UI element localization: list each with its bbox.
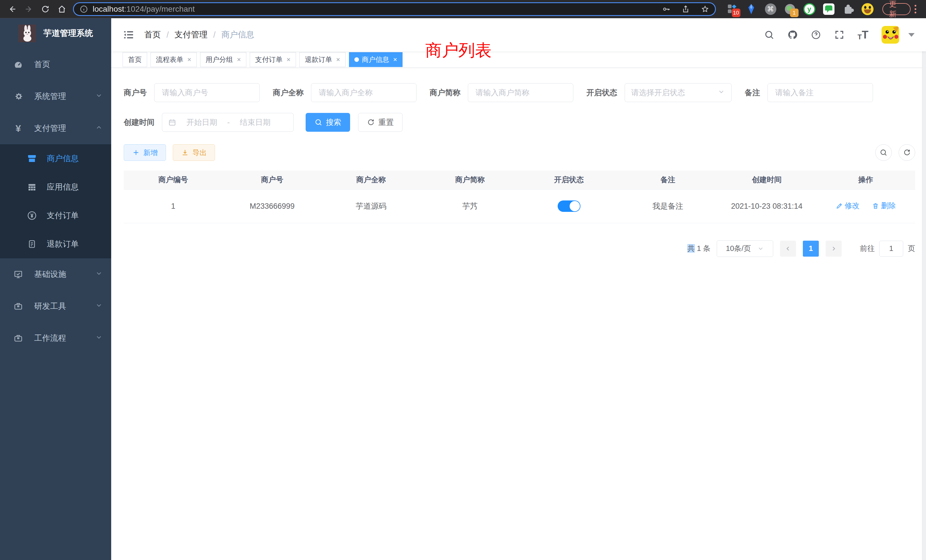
tab-close-icon[interactable]: × bbox=[187, 56, 191, 64]
tab-merchant-info[interactable]: 商户信息× bbox=[349, 52, 402, 67]
forward-icon bbox=[24, 5, 33, 14]
extension-grid-icon[interactable]: 10 bbox=[726, 3, 738, 15]
sidebar-item-dev-tools[interactable]: 研发工具 bbox=[0, 290, 111, 322]
sidebar-item-label: 研发工具 bbox=[34, 301, 66, 312]
page-1-button[interactable]: 1 bbox=[803, 241, 819, 257]
page-scrollbar[interactable] bbox=[922, 36, 926, 560]
sidebar-item-home[interactable]: 首页 bbox=[0, 48, 111, 80]
address-bar[interactable]: localhost:1024/pay/merchant bbox=[73, 2, 716, 16]
app-logo-row[interactable]: 芋道管理系统 bbox=[0, 18, 111, 48]
browser-chrome: localhost:1024/pay/merchant 10 ⌘ 1 bbox=[0, 0, 926, 18]
extension-chat-icon[interactable] bbox=[823, 3, 835, 15]
password-key-icon[interactable] bbox=[662, 5, 670, 14]
full-name-input[interactable] bbox=[311, 83, 416, 102]
avatar-caret-down-icon[interactable] bbox=[908, 33, 915, 37]
browser-reload-button[interactable] bbox=[37, 2, 54, 17]
browser-update-button[interactable]: 更新 bbox=[882, 3, 911, 15]
breadcrumb: 首页 / 支付管理 / 商户信息 bbox=[144, 29, 254, 41]
tab-refund-order[interactable]: 退款订单× bbox=[300, 52, 345, 67]
cell-full-name: 芋道源码 bbox=[322, 189, 421, 223]
extension-pin-icon[interactable] bbox=[745, 3, 758, 15]
sidebar-item-system[interactable]: 系统管理 bbox=[0, 80, 111, 112]
fullscreen-icon[interactable] bbox=[834, 30, 844, 40]
sidebar-item-label: 基础设施 bbox=[34, 269, 66, 280]
tab-process-form[interactable]: 流程表单× bbox=[151, 52, 197, 67]
github-icon[interactable] bbox=[787, 30, 798, 40]
delete-link[interactable]: 删除 bbox=[872, 201, 896, 211]
browser-extensions: 10 ⌘ 1 y bbox=[726, 3, 874, 15]
merchant-no-input[interactable] bbox=[154, 83, 260, 102]
edit-link[interactable]: 修改 bbox=[836, 201, 859, 211]
status-select[interactable]: 请选择开启状态 bbox=[625, 83, 732, 102]
browser-forward-button[interactable] bbox=[21, 2, 37, 17]
status-toggle[interactable] bbox=[558, 200, 581, 212]
header-search-icon[interactable] bbox=[764, 30, 774, 40]
next-page-button[interactable] bbox=[826, 241, 841, 257]
end-date-input[interactable] bbox=[234, 118, 277, 127]
add-button[interactable]: 新增 bbox=[124, 144, 166, 161]
tab-user-group[interactable]: 用户分组× bbox=[200, 52, 246, 67]
sidebar-item-payment[interactable]: ¥ 支付管理 bbox=[0, 112, 111, 144]
tab-close-icon[interactable]: × bbox=[286, 56, 291, 64]
font-size-icon[interactable]: TT bbox=[858, 29, 869, 41]
remark-input[interactable] bbox=[767, 83, 873, 102]
sidebar-item-workflow[interactable]: 工作流程 bbox=[0, 322, 111, 354]
sidebar-item-refund-order[interactable]: 退款订单 bbox=[0, 230, 111, 258]
page-size-select[interactable]: 10条/页 bbox=[717, 241, 773, 257]
browser-home-button[interactable] bbox=[54, 2, 70, 17]
cell-remark: 我是备注 bbox=[618, 189, 717, 223]
start-date-input[interactable] bbox=[180, 118, 223, 127]
chevron-down-icon bbox=[95, 334, 103, 343]
extension-recorder-icon[interactable]: 1 bbox=[784, 3, 796, 15]
extensions-puzzle-icon[interactable] bbox=[842, 3, 855, 15]
url-host: localhost bbox=[93, 5, 124, 14]
breadcrumb-separator: / bbox=[166, 30, 169, 39]
sidebar-item-infrastructure[interactable]: 基础设施 bbox=[0, 258, 111, 290]
sidebar-item-app-info[interactable]: 应用信息 bbox=[0, 173, 111, 201]
reset-button[interactable]: 重置 bbox=[358, 113, 402, 132]
show-search-toggle-button[interactable] bbox=[875, 144, 892, 161]
short-name-input[interactable] bbox=[468, 83, 573, 102]
sidebar-toggle-button[interactable] bbox=[123, 29, 135, 41]
goto-page-input[interactable] bbox=[879, 241, 903, 257]
refresh-table-button[interactable] bbox=[899, 144, 915, 161]
table-toolbar: 新增 导出 bbox=[124, 144, 915, 161]
goto-suffix: 页 bbox=[908, 244, 915, 253]
tab-close-icon[interactable]: × bbox=[393, 56, 397, 64]
sidebar-item-pay-order[interactable]: 支付订单 bbox=[0, 201, 111, 230]
sidebar-item-merchant-info[interactable]: 商户信息 bbox=[0, 144, 111, 173]
tab-home[interactable]: 首页 bbox=[123, 52, 147, 67]
extension-y-icon[interactable]: y bbox=[803, 3, 816, 15]
create-time-label: 创建时间 bbox=[124, 117, 154, 127]
browser-menu-button[interactable] bbox=[915, 5, 916, 14]
tab-close-icon[interactable]: × bbox=[237, 56, 241, 64]
prev-page-button[interactable] bbox=[780, 241, 796, 257]
search-button[interactable]: 搜索 bbox=[306, 113, 350, 132]
breadcrumb-payment[interactable]: 支付管理 bbox=[174, 29, 207, 41]
tab-pay-order[interactable]: 支付订单× bbox=[250, 52, 296, 67]
share-icon[interactable] bbox=[681, 5, 690, 14]
dashboard-icon bbox=[12, 59, 24, 70]
bookmark-star-icon[interactable] bbox=[701, 5, 709, 14]
user-avatar[interactable] bbox=[882, 26, 899, 44]
extension-command-icon[interactable]: ⌘ bbox=[764, 3, 777, 15]
app-title: 芋道管理系统 bbox=[43, 28, 93, 39]
url-text[interactable]: localhost:1024/pay/merchant bbox=[93, 5, 195, 14]
refresh-icon bbox=[367, 118, 375, 126]
col-create-time: 创建时间 bbox=[717, 171, 816, 189]
search-icon bbox=[879, 148, 888, 157]
export-button[interactable]: 导出 bbox=[173, 144, 215, 161]
remark-label: 备注 bbox=[745, 88, 760, 98]
breadcrumb-home[interactable]: 首页 bbox=[144, 29, 161, 41]
download-icon bbox=[181, 148, 189, 157]
tab-close-icon[interactable]: × bbox=[336, 56, 340, 64]
sidebar-item-label: 退款订单 bbox=[47, 239, 79, 250]
extension-badge: 1 bbox=[790, 9, 799, 17]
help-icon[interactable] bbox=[811, 30, 821, 40]
page-info-icon[interactable] bbox=[80, 5, 88, 14]
browser-back-button[interactable] bbox=[4, 2, 21, 17]
browser-profile-avatar[interactable] bbox=[861, 3, 874, 15]
grid-icon bbox=[26, 182, 38, 192]
create-time-range-picker[interactable]: - bbox=[162, 113, 294, 132]
screen: localhost:1024/pay/merchant 10 ⌘ 1 bbox=[0, 0, 926, 560]
